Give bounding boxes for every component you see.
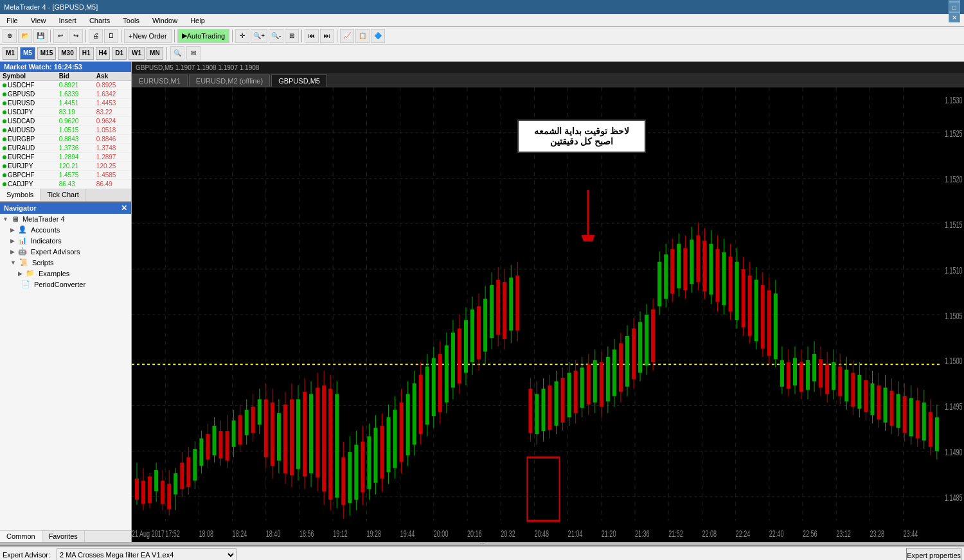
tree-node-icon: 📄 (21, 280, 30, 288)
objects-button[interactable]: 🔷 (371, 29, 385, 43)
market-watch-header: Market Watch: 16:24:53 (0, 62, 131, 72)
svg-rect-140 (438, 354, 442, 412)
close-button[interactable]: ✕ (949, 12, 960, 22)
svg-rect-228 (729, 256, 733, 311)
indicator-button[interactable]: 📈 (340, 29, 354, 43)
period-d1[interactable]: D1 (112, 47, 127, 60)
svg-rect-192 (612, 349, 616, 396)
market-watch-row[interactable]: EURGBP 0.8843 0.8846 (0, 135, 131, 144)
chart-canvas[interactable]: 1.1530 1.1525 1.1520 1.1515 1.1510 1.150… (132, 87, 964, 542)
chart-tab-eurusd-m1[interactable]: EURUSD,M1 (132, 74, 188, 87)
menu-help[interactable]: Help (186, 15, 209, 26)
zoom-in-button[interactable]: 🔍+ (251, 29, 267, 43)
save-button[interactable]: 💾 (33, 29, 48, 43)
chart-tab-eurusd-m2[interactable]: EURUSD,M2 (offline) (189, 74, 270, 87)
expert-properties-button[interactable]: Expert properties (906, 548, 961, 560)
undo-button[interactable]: ↩ (53, 29, 67, 43)
svg-text:22:08: 22:08 (702, 528, 717, 539)
menu-tools[interactable]: Tools (119, 15, 143, 26)
market-watch-row[interactable]: GBPUSD 1.6339 1.6342 (0, 90, 131, 99)
market-watch-row[interactable]: EURCHF 1.2894 1.2897 (0, 153, 131, 162)
svg-rect-204 (651, 310, 655, 362)
market-watch-row[interactable]: GBPCHF 1.4575 1.4585 (0, 171, 131, 180)
nav-item-expert-advisors[interactable]: ▶🤖Expert Advisors (0, 246, 131, 257)
svg-rect-214 (683, 248, 687, 290)
period-mn[interactable]: MN (147, 47, 163, 60)
market-watch-row[interactable]: USDCHF 0.8921 0.8925 (0, 81, 131, 90)
svg-text:1.1490: 1.1490 (945, 447, 963, 458)
search-button[interactable]: 🔍 (170, 46, 184, 60)
menu-view[interactable]: View (27, 15, 50, 26)
redo-button[interactable]: ↪ (69, 29, 83, 43)
tree-label: Examples (39, 270, 69, 277)
svg-rect-84 (258, 399, 262, 425)
period-m5[interactable]: M5 (20, 47, 35, 60)
menu-charts[interactable]: Charts (85, 15, 114, 26)
market-watch-row[interactable]: USDJPY 83.19 83.22 (0, 108, 131, 117)
period-m30[interactable]: M30 (58, 47, 76, 60)
menu-file[interactable]: File (3, 15, 22, 26)
nav-item-indicators[interactable]: ▶📊Indicators (0, 235, 131, 246)
svg-rect-150 (470, 310, 474, 362)
tab-symbols[interactable]: Symbols (0, 189, 40, 201)
chart-tabs: EURUSD,M1 EURUSD,M2 (offline) GBPUSD,M5 (132, 73, 964, 87)
ea-select[interactable]: 2 MA Crosses Mega filter EA V1.ex4 (57, 548, 237, 561)
new-button[interactable]: ⊕ (3, 29, 17, 43)
market-watch-row[interactable]: EURJPY 120.21 120.25 (0, 162, 131, 171)
chart-tab-gbpusd-m5[interactable]: GBPUSD,M5 (271, 74, 327, 87)
nav-item-accounts[interactable]: ▶👤Accounts (0, 224, 131, 235)
svg-rect-234 (748, 276, 752, 336)
chart-scroll-right[interactable]: ⏭ (320, 29, 334, 43)
menu-window[interactable]: Window (148, 15, 181, 26)
nav-item-scripts[interactable]: ▼📜Scripts (0, 257, 131, 268)
svg-rect-134 (419, 375, 423, 434)
svg-text:1.1530: 1.1530 (945, 94, 963, 105)
tab-tick-chart[interactable]: Tick Chart (40, 189, 86, 201)
mail-button[interactable]: ✉ (186, 46, 201, 60)
nav-item-periodconverter[interactable]: 📄PeriodConverter (0, 279, 131, 290)
tab-favorites[interactable]: Favorites (42, 530, 85, 542)
tree-label: Accounts (31, 226, 60, 234)
mw-ask: 1.6342 (94, 90, 131, 99)
nav-item-examples[interactable]: ▶📁Examples (0, 268, 131, 279)
mw-symbol: AUDUSD (0, 126, 57, 135)
maximize-button[interactable]: □ (949, 2, 960, 12)
menu-insert[interactable]: Insert (55, 15, 80, 26)
chart-scroll-left[interactable]: ⏮ (305, 29, 319, 43)
mw-ask: 1.2897 (94, 153, 131, 162)
print-button[interactable]: 🖨 (89, 29, 103, 43)
market-watch-row[interactable]: USDCAD 0.9620 0.9624 (0, 117, 131, 126)
nav-item-metatrader-4[interactable]: ▼🖥MetaTrader 4 (0, 214, 131, 224)
svg-rect-50 (148, 477, 152, 503)
svg-rect-54 (161, 481, 165, 504)
market-watch-row[interactable]: EURUSD 1.4451 1.4453 (0, 99, 131, 108)
svg-rect-172 (548, 385, 552, 430)
svg-rect-186 (593, 360, 597, 403)
autotrading-button[interactable]: ▶ AutoTrading (177, 29, 230, 43)
period-w1[interactable]: W1 (129, 47, 145, 60)
period-m1[interactable]: M1 (3, 47, 18, 60)
svg-text:22:24: 22:24 (736, 528, 751, 539)
mw-ask: 83.22 (94, 108, 131, 117)
market-watch-row[interactable]: EURAUD 1.3736 1.3748 (0, 144, 131, 153)
new-order-button[interactable]: + New Order (124, 29, 172, 43)
mw-symbol: CADJPY (0, 180, 57, 189)
period-m15[interactable]: M15 (37, 47, 56, 60)
period-h4[interactable]: H4 (96, 47, 111, 60)
tab-common[interactable]: Common (0, 530, 42, 542)
market-watch-row[interactable]: CADJPY 86.43 86.49 (0, 180, 131, 189)
svg-rect-288 (922, 403, 926, 441)
svg-rect-62 (186, 457, 190, 487)
print-preview-button[interactable]: 🗒 (104, 29, 118, 43)
crosshair-button[interactable]: ✛ (235, 29, 249, 43)
svg-rect-274 (877, 385, 880, 419)
zoom-out-button[interactable]: 🔍- (269, 29, 283, 43)
indicator-list-button[interactable]: 📋 (355, 29, 370, 43)
period-h1[interactable]: H1 (79, 47, 94, 60)
market-watch-row[interactable]: AUDUSD 1.0515 1.0518 (0, 126, 131, 135)
chart-properties-button[interactable]: ⊞ (285, 29, 299, 43)
mw-ask: 0.8846 (94, 135, 131, 144)
navigator-close[interactable]: ✕ (121, 204, 127, 213)
svg-rect-96 (296, 399, 300, 469)
open-button[interactable]: 📂 (18, 29, 32, 43)
